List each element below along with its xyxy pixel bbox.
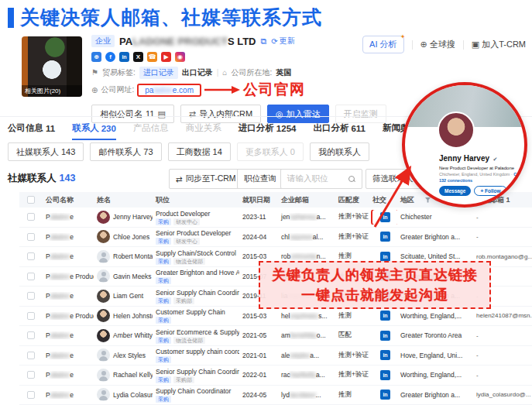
position-tag: 采购 [156,297,171,304]
select-all-checkbox[interactable] [27,196,35,204]
tab-contacts[interactable]: 联系人230 [72,117,116,140]
row-checkbox[interactable] [27,352,35,359]
phone-icon[interactable]: ☎ [147,52,157,62]
position-tag: 研发中心 [173,218,200,225]
linkedin-icon[interactable]: in [380,232,390,242]
position-tags: 采购 [156,317,236,324]
linkedin-icon[interactable]: in [380,350,390,360]
contact-avatar [97,230,110,243]
contact-name: Alex Styles [113,352,146,359]
contact-name: Jenny Harvey [113,213,153,221]
position-title: Senior Supply Chain Coordinator [156,289,236,297]
col-social-header: 社交 [369,195,397,205]
row-checkbox[interactable] [27,292,35,300]
export-record-tag[interactable]: 出口记录 [182,67,213,78]
company-photo[interactable]: 相关图片(20) [22,36,82,97]
web-icon[interactable]: ⊕ [91,52,101,62]
row-checkbox[interactable] [27,233,35,241]
contact-avatar [97,348,110,362]
linkedin-annotation: 关键负责人的领英主页直达链接 一键点击就能发起沟通 [259,261,491,309]
linkedin-icon[interactable]: in [380,212,390,222]
position-title: Greater Brighton and Hove Area [156,269,236,276]
col-email-header: 企业邮箱 [278,195,335,205]
tab-business-relations[interactable]: 商业关系 [186,117,221,140]
x-icon[interactable]: X [133,52,143,62]
position-tags: 采购 [156,396,236,403]
hire-date: 2024-04 [239,233,278,241]
copy-icon[interactable]: ⧉ [260,36,266,46]
linkedin-connections[interactable]: 132 connections [439,178,520,183]
tab-products[interactable]: 产品信息 [133,117,169,140]
contact-avatar [97,369,110,382]
company-name-cell: Paladone [43,292,94,300]
linkedin-icon[interactable]: in [380,311,390,321]
extra-email: - [473,233,532,240]
match-level: 匹配 [335,331,369,340]
match-level: 推测+验证 [335,232,369,242]
subtab-registry-data[interactable]: 工商数据14 [168,142,231,161]
subtab-social-contacts[interactable]: 社媒联系人143 [8,142,84,161]
position-tag: 采购 [156,238,171,245]
job-search-input[interactable]: 请输入职位 [280,169,362,189]
tab-export-analysis[interactable]: 出口分析611 [313,117,366,140]
match-level: 推测+验证 [335,351,369,360]
youtube-icon[interactable]: ▶ [161,52,171,62]
row-checkbox[interactable] [27,371,35,379]
linkedin-icon[interactable]: in [380,370,390,380]
position-title: Product Developer [156,210,236,218]
instagram-icon[interactable]: ◉ [175,52,185,62]
position-tag: 采购 [156,317,171,324]
extra-email: - [473,352,532,359]
linkedin-icon[interactable]: in [380,252,390,262]
hire-date: 2022-01 [239,371,278,379]
contact-avatar [97,250,110,263]
contact-avatar [97,309,110,322]
follow-button[interactable]: + Follow [474,186,506,196]
facebook-icon[interactable]: f [105,52,115,62]
row-checkbox[interactable] [27,391,35,399]
table-row: Paladone Jenny Harvey Product Developer采… [19,208,532,228]
refresh-button[interactable]: ⟳更新 [271,36,294,46]
col-name-header: 姓名 [94,195,153,205]
position-tags: 采购 [156,356,236,363]
table-row: Paladone Rachael Kelly Senior Supply Cha… [19,366,532,386]
position-tags: 采购研发中心 [156,218,236,225]
website-link[interactable]: paladone.com [137,84,201,97]
extra-email: rob.montagano@g... [473,253,532,260]
linkedin-icon[interactable]: in [119,52,129,62]
tab-import-analysis[interactable]: 进口分析1254 [239,117,297,140]
row-checkbox[interactable] [27,252,35,260]
company-email: alexstylesa... [278,352,335,359]
position-tags: 采购研发中心 [156,238,236,245]
hire-date: 2024-05 [239,391,278,399]
row-checkbox[interactable] [27,213,35,221]
subtab-more-contacts[interactable]: 更多联系人0 [237,142,304,161]
row-checkbox[interactable] [27,331,35,339]
row-checkbox[interactable] [27,312,35,320]
contact-name: Helen Johnstone [113,312,153,320]
social-icons: ⊕ f in X ☎ ▶ ◉ [91,52,529,62]
linkedin-icon[interactable]: in [380,390,390,400]
filter-icon[interactable] [425,197,431,203]
contact-avatar [97,269,110,283]
tab-company-info[interactable]: 公司信息11 [8,117,55,140]
position-tags: 采购采购部 [156,376,236,383]
linkedin-icon[interactable]: in [380,331,390,341]
company-name-cell: Paladone [43,391,94,399]
extra-email: - [473,332,532,339]
sync-tcrm-button[interactable]: ⇄同步至T-CRM [169,169,243,189]
position-tag: 采购 [156,218,171,225]
page-title: 关键决策人邮箱、社媒等联系方式 [8,5,322,30]
linkedin-name: Jenny Harvey [439,154,489,163]
import-record-tag[interactable]: 进口记录 [139,67,178,79]
region: Greater Brighton a... [397,233,473,241]
subtab-my-contacts[interactable]: 我的联系人 [310,142,369,161]
subtab-email-contacts[interactable]: 邮件联系人73 [90,142,161,161]
region: Chichester [397,213,473,221]
region: Hove, England, Uni... [397,352,473,359]
row-checkbox[interactable] [27,273,35,280]
message-button[interactable]: Message [439,186,471,196]
contact-avatar [97,388,110,401]
position-tags: 采购 [156,277,236,284]
position-tags: 采购物流仓储部 [156,258,236,265]
